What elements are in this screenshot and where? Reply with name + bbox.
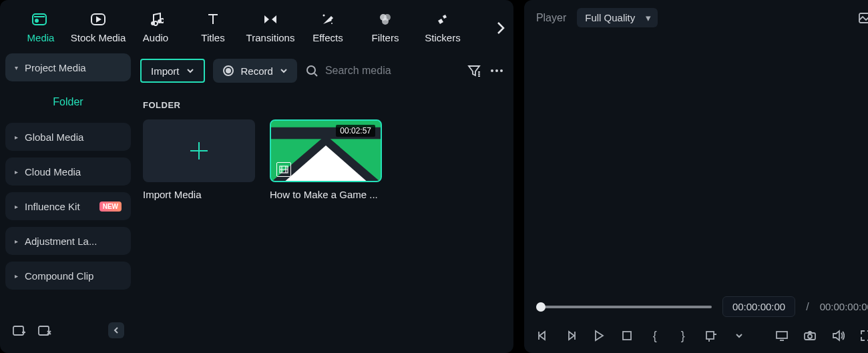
player-viewport — [524, 35, 868, 296]
stop-icon[interactable] — [620, 329, 634, 342]
mark-in-icon[interactable]: { — [648, 329, 662, 342]
new-badge: NEW — [99, 202, 122, 212]
svg-point-4 — [151, 21, 155, 25]
expand-icon: ▸ — [15, 272, 18, 280]
media-toolbar: Import Record — [140, 53, 504, 88]
time-separator: / — [806, 301, 809, 313]
svg-rect-27 — [777, 332, 787, 338]
search-input[interactable] — [325, 65, 459, 77]
expand-icon: ▸ — [15, 168, 18, 175]
section-title-folder: FOLDER — [140, 88, 504, 119]
media-cards: Import Media 00:02:57 — [140, 119, 504, 200]
snapshot-icon[interactable] — [858, 12, 868, 24]
sidebar-item-cloud-media[interactable]: ▸ Cloud Media — [5, 157, 131, 186]
svg-rect-11 — [13, 326, 23, 335]
tab-label: Effects — [312, 32, 343, 43]
card-label: How to Make a Game ... — [270, 189, 382, 200]
sidebar-bottom-tools — [5, 317, 131, 348]
import-label: Import — [151, 65, 180, 77]
collapse-sidebar-button[interactable] — [108, 322, 124, 338]
fullscreen-icon[interactable] — [859, 329, 868, 342]
playhead-slider[interactable] — [536, 306, 712, 308]
effects-icon — [320, 11, 336, 28]
tab-label: Stickers — [425, 32, 460, 43]
tab-transitions[interactable]: Transitions — [242, 11, 299, 43]
volume-icon[interactable] — [831, 329, 845, 342]
card-label: Import Media — [143, 189, 255, 200]
step-forward-icon[interactable] — [564, 329, 578, 342]
expand-icon: ▸ — [15, 133, 18, 141]
quality-select[interactable]: Full Quality — [577, 8, 658, 27]
more-icon[interactable] — [489, 68, 504, 73]
expand-icon: ▸ — [15, 238, 18, 245]
sidebar-item-adjustment-layer[interactable]: ▸ Adjustment La... — [5, 227, 131, 255]
camera-icon[interactable] — [803, 329, 817, 342]
tab-audio[interactable]: Audio — [127, 11, 184, 43]
player-controls: { } — [524, 322, 868, 353]
record-button[interactable]: Record — [213, 59, 297, 83]
player-label: Player — [536, 12, 566, 24]
delete-bin-icon[interactable] — [37, 324, 52, 337]
sidebar-item-label: Adjustment La... — [25, 236, 97, 247]
player-timebar: 00:00:00:00 / 00:00:00:00 — [524, 296, 868, 322]
tab-media[interactable]: Media — [12, 11, 69, 43]
tab-stock-media[interactable]: Stock Media — [69, 11, 127, 43]
filters-icon — [377, 11, 393, 28]
mark-out-icon[interactable]: } — [676, 329, 690, 342]
svg-point-1 — [35, 19, 38, 22]
total-timecode: 00:00:00:00 — [820, 301, 868, 312]
svg-point-16 — [491, 69, 493, 72]
tab-label: Transitions — [246, 32, 295, 43]
tab-label: Stock Media — [71, 32, 126, 43]
sidebar-item-folder[interactable]: Folder — [5, 88, 131, 116]
media-clip-card: 00:02:57 How to Make a Game ... — [270, 119, 382, 200]
svg-rect-0 — [33, 14, 46, 25]
chevron-down-icon — [186, 67, 194, 74]
expand-icon: ▸ — [15, 203, 18, 210]
stock-media-icon — [89, 11, 107, 28]
media-clip-thumbnail[interactable]: 00:02:57 — [270, 119, 382, 182]
tabs-scroll-right-icon[interactable] — [496, 20, 505, 36]
tab-titles[interactable]: Titles — [184, 11, 242, 43]
display-icon[interactable] — [775, 329, 789, 342]
record-icon — [222, 65, 234, 77]
import-media-tile[interactable] — [143, 119, 255, 182]
svg-point-18 — [500, 69, 503, 72]
stickers-icon — [435, 11, 451, 28]
sidebar-item-label: Project Media — [25, 62, 86, 73]
svg-rect-25 — [623, 332, 631, 340]
media-sidebar: ▾ Project Media Folder ▸ Global Media ▸ … — [0, 48, 136, 353]
quality-value: Full Quality — [585, 12, 635, 23]
playhead-knob[interactable] — [536, 302, 546, 312]
current-timecode[interactable]: 00:00:00:00 — [722, 296, 795, 317]
sidebar-item-global-media[interactable]: ▸ Global Media — [5, 123, 131, 151]
tab-label: Media — [27, 32, 55, 43]
record-label: Record — [241, 65, 273, 77]
titles-icon — [205, 11, 221, 28]
media-panel: Media Stock Media Audio Titles Transitio… — [0, 0, 513, 353]
import-button[interactable]: Import — [140, 59, 205, 83]
tab-effects[interactable]: Effects — [299, 11, 357, 43]
crop-icon[interactable] — [704, 329, 718, 342]
transitions-icon — [262, 11, 279, 28]
tab-filters[interactable]: Filters — [357, 11, 414, 43]
step-back-icon[interactable] — [536, 329, 550, 342]
chevron-down-icon[interactable] — [732, 329, 746, 342]
sidebar-item-influence-kit[interactable]: ▸ Influence Kit NEW — [5, 192, 131, 220]
collapse-icon: ▾ — [15, 64, 18, 71]
svg-point-6 — [323, 14, 325, 16]
svg-point-7 — [331, 23, 333, 24]
sidebar-item-project-media[interactable]: ▾ Project Media — [5, 53, 131, 81]
search-icon — [305, 64, 318, 77]
filter-icon[interactable] — [467, 64, 481, 77]
new-bin-icon[interactable] — [12, 324, 27, 337]
search-media[interactable] — [305, 64, 459, 77]
player-header: Player Full Quality — [524, 0, 868, 35]
sidebar-item-compound-clip[interactable]: ▸ Compound Clip — [5, 262, 131, 290]
svg-point-17 — [495, 69, 498, 72]
media-icon — [31, 11, 50, 28]
tab-label: Titles — [201, 32, 224, 43]
tab-stickers[interactable]: Stickers — [414, 11, 471, 43]
play-icon[interactable] — [592, 329, 606, 342]
chevron-down-icon — [280, 67, 288, 74]
